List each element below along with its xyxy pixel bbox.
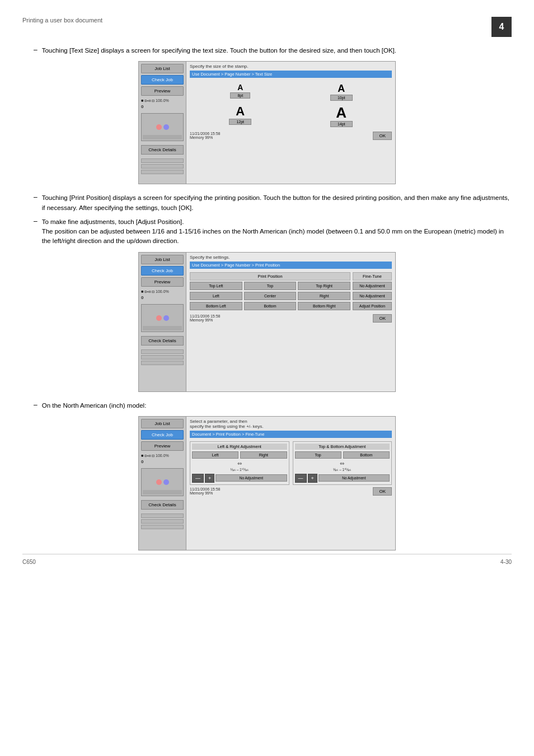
- screen2-center-btn[interactable]: Center: [244, 292, 297, 300]
- screen1-preview-btn[interactable]: Preview: [141, 86, 184, 96]
- screen2-top-btn[interactable]: Top: [244, 282, 297, 290]
- bullet-text-3: To make fine adjustments, touch [Adjust …: [42, 218, 184, 225]
- screen1-size-grid: A 8pt A 10pt A 12pt A 14pt: [190, 81, 392, 129]
- screen2-spacer2: [141, 355, 184, 360]
- screen2-ok-btn[interactable]: OK: [373, 314, 392, 323]
- screen3-tb-minus-btn[interactable]: —: [295, 474, 307, 483]
- screen1-preview-area: [141, 113, 184, 141]
- screen3-top-btn[interactable]: Top: [295, 451, 341, 459]
- screen2-pos-header: Print Position: [190, 272, 350, 281]
- screen2-adjust-pos-btn[interactable]: Adjust Position: [353, 302, 392, 310]
- screen3-lr-minus-btn[interactable]: —: [192, 474, 204, 483]
- screen2-no-adj-1-btn[interactable]: No Adjustment: [353, 282, 392, 290]
- screen3-lr-arrow-row: ⇔: [192, 460, 287, 466]
- screen2-breadcrumb: Use Document > Page Number > Print Posit…: [190, 262, 392, 269]
- screen1-check-details-btn[interactable]: Check Details: [141, 145, 184, 155]
- screen3-tb-plus-btn[interactable]: +: [308, 474, 317, 483]
- screen1-icon2: [163, 124, 169, 130]
- screen1-btn-14pt[interactable]: 14pt: [330, 121, 353, 127]
- screen1-letter-10pt: A: [338, 83, 345, 94]
- screen3-lr-title: Left & Right Adjustment: [192, 444, 287, 450]
- footer-left: C650: [22, 559, 36, 565]
- screen2-page-indicator: D×II ⊡: [144, 290, 154, 293]
- screen2-right-btn[interactable]: Right: [298, 292, 350, 300]
- screen3-lr-arrow-icon: ⇔: [237, 460, 242, 466]
- bullet-text-1: Touching [Text Size] displays a screen f…: [42, 46, 396, 55]
- bullet-item-3: – To make fine adjustments, touch [Adjus…: [22, 217, 512, 246]
- screen3-right-btn[interactable]: Right: [240, 451, 287, 459]
- screen2-icon2: [163, 315, 169, 321]
- screen3-check-details-btn[interactable]: Check Details: [141, 500, 184, 510]
- screen1-status-row: ■ D×II ⊡ 100.0%: [141, 99, 184, 102]
- screen1-job-list-btn[interactable]: Job List: [141, 64, 184, 73]
- screen3-bottom-btn[interactable]: Bottom: [343, 451, 390, 459]
- screen1-size-14pt: A 14pt: [293, 105, 390, 127]
- screen2-sidebar: Job List Check Job Preview ■ D×II ⊡ 100.…: [139, 253, 186, 391]
- bullet-text-5: On the North American (inch) model:: [42, 401, 147, 410]
- screen3-lr-controls: — + No Adjustment: [192, 474, 287, 483]
- footer-right: 4-30: [500, 559, 512, 565]
- screen1-btn-10pt[interactable]: 10pt: [330, 95, 353, 101]
- screen3-tb-noadj-btn[interactable]: No Adjustment: [318, 474, 390, 482]
- screen3-tb-arrow-row: ⇔: [295, 460, 390, 466]
- screen1-btn-8pt[interactable]: 8pt: [230, 92, 250, 99]
- bullet-dash-3: –: [34, 217, 38, 225]
- screen3-left-btn[interactable]: Left: [192, 451, 238, 459]
- screen2-spacers: [141, 349, 184, 365]
- page: Printing a user box document 4 – Touchin…: [0, 0, 534, 576]
- screen2-bottom-right-btn[interactable]: Bottom Right: [298, 302, 350, 310]
- screen3-preview-icons: [156, 479, 169, 485]
- screen3-lr-plus-btn[interactable]: +: [205, 474, 214, 483]
- screen1-ok-btn[interactable]: OK: [373, 132, 392, 140]
- screen2-no-adj-2-btn[interactable]: No Adjustment: [353, 292, 392, 300]
- screen1-content: Specify the size of the stamp. Use Docum…: [186, 62, 395, 184]
- screen3-ok-btn[interactable]: OK: [373, 487, 392, 496]
- screen1-letter-12pt: A: [236, 105, 245, 118]
- bullet-item-2: – Touching [Print Position] displays a s…: [22, 193, 512, 213]
- screen3-footer: 11/21/2006 15:58 Memory 99% OK: [190, 487, 392, 496]
- screen3-spacer3: [141, 525, 184, 529]
- screen1-footer: 11/21/2006 15:58 Memory 99% OK: [190, 132, 392, 140]
- screen1-btn-12pt[interactable]: 12pt: [229, 119, 251, 125]
- bullet-text-4: The position can be adjusted between 1/1…: [42, 228, 504, 244]
- screen2-top-left-btn[interactable]: Top Left: [190, 282, 242, 290]
- screen1-zoom: 100.0%: [156, 99, 169, 102]
- screen2-status-row: ■ D×II ⊡ 100.0%: [141, 290, 184, 293]
- screen2-left-btn[interactable]: Left: [190, 292, 242, 300]
- screen3-preview-area: [141, 468, 184, 496]
- screen1-title: Specify the size of the stamp.: [190, 64, 392, 69]
- screen3-tb-range: ¹⁄₁₆ – 1¹⁵⁄₁₆: [295, 468, 390, 472]
- screen1-zero: 0: [141, 104, 184, 109]
- screen3-zero: 0: [141, 459, 184, 464]
- screen1-letter-14pt: A: [336, 105, 346, 120]
- screen1-spacers: [141, 158, 184, 174]
- screen1-spacer1: [141, 158, 184, 163]
- screen2-bottom-left-btn[interactable]: Bottom Left: [190, 302, 242, 310]
- screen3-lr-noadj-btn[interactable]: No Adjustment: [216, 474, 287, 482]
- screen2-job-list-btn[interactable]: Job List: [141, 255, 184, 264]
- screen2-pos-section: Print Position Top Left Top Top Right Le…: [190, 272, 392, 312]
- screen3-zoom: 100.0%: [156, 454, 169, 458]
- screen2-pos-main: Print Position Top Left Top Top Right Le…: [190, 272, 350, 312]
- screen2-preview-btn[interactable]: Preview: [141, 277, 184, 287]
- screen1-check-job-btn[interactable]: Check Job: [141, 75, 184, 85]
- screen1-page-indicator: D×II ⊡: [144, 99, 154, 102]
- screen3-tb-btns: Top Bottom: [295, 451, 390, 459]
- screen3-timestamp: 11/21/2006 15:58 Memory 99%: [190, 487, 221, 496]
- screen3-indicator: ■: [141, 454, 143, 458]
- screen2-content: Specify the settings. Use Document > Pag…: [186, 253, 395, 391]
- page-header: Printing a user box document 4: [22, 17, 512, 37]
- screen3-preview-btn[interactable]: Preview: [141, 441, 184, 451]
- screen2-check-details-btn[interactable]: Check Details: [141, 336, 184, 346]
- screen3-breadcrumb: Document > Print Position > Fine-Tune: [190, 431, 392, 438]
- screen2-check-job-btn[interactable]: Check Job: [141, 266, 184, 276]
- screen3-job-list-btn[interactable]: Job List: [141, 419, 184, 428]
- screen2-bottom-btn[interactable]: Bottom: [244, 302, 297, 310]
- screen3-check-job-btn[interactable]: Check Job: [141, 430, 184, 440]
- screen3-lr-col: Left & Right Adjustment Left Right ⇔ ¹⁄₁…: [190, 441, 289, 485]
- screen2-top-right-btn[interactable]: Top Right: [298, 282, 350, 290]
- screen2-pos-grid-top: Top Left Top Top Right: [190, 282, 350, 290]
- bullet-dash-5: –: [34, 401, 38, 409]
- screen3-icon1: [156, 479, 162, 485]
- screen1-sidebar: Job List Check Job Preview ■ D×II ⊡ 100.…: [139, 62, 186, 184]
